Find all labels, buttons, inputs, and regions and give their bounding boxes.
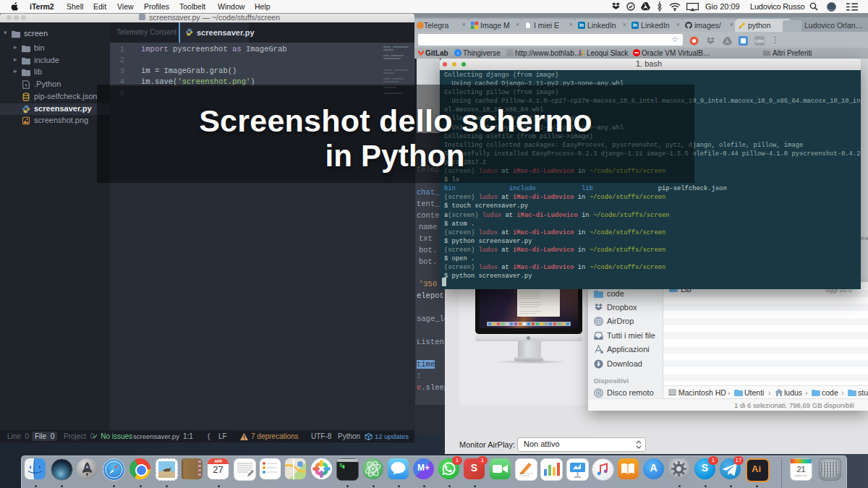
- svg-text:t: t: [457, 51, 459, 56]
- svg-text:CRX: CRX: [755, 39, 765, 43]
